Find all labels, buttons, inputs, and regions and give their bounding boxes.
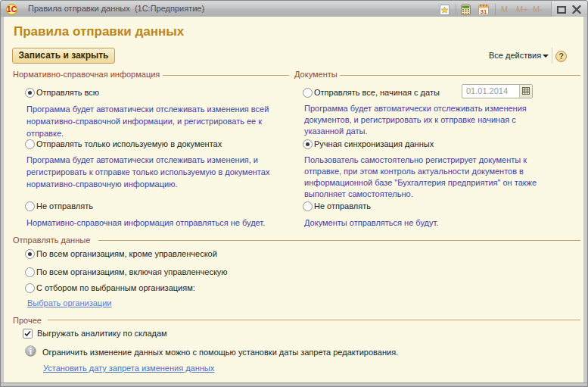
svg-text:31: 31 — [481, 8, 487, 15]
svg-text:1С: 1С — [7, 5, 17, 14]
